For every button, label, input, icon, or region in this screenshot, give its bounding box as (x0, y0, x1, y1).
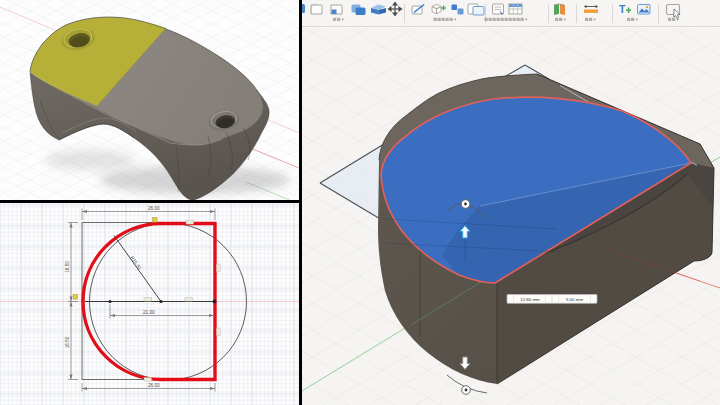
svg-text:T: T (619, 3, 626, 15)
svg-text:12.80 mm: 12.80 mm (520, 297, 540, 302)
svg-text:21.00: 21.00 (143, 310, 155, 315)
svg-text:26.00: 26.00 (148, 206, 160, 211)
svg-text:5.00 mm: 5.00 mm (566, 297, 583, 302)
svg-text:16.50: 16.50 (65, 260, 70, 272)
svg-text:26.00: 26.00 (148, 383, 160, 388)
svg-text:16.50: 16.50 (65, 336, 70, 348)
